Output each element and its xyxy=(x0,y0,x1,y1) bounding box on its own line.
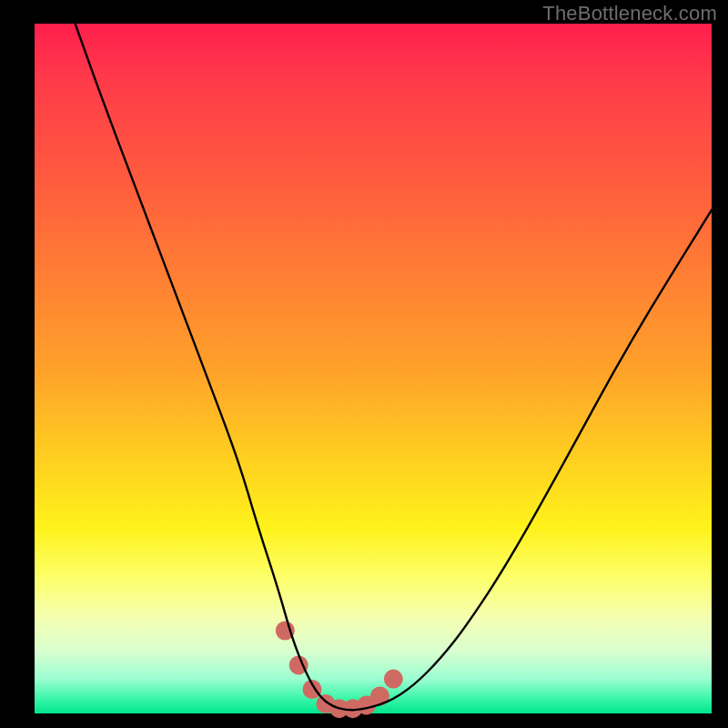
chart-frame: TheBottleneck.com xyxy=(0,0,728,728)
highlight-dot xyxy=(384,670,403,689)
watermark-text: TheBottleneck.com xyxy=(542,2,717,25)
chart-svg xyxy=(35,24,712,713)
chart-plot-area xyxy=(35,24,712,713)
bottleneck-curve xyxy=(76,24,712,710)
